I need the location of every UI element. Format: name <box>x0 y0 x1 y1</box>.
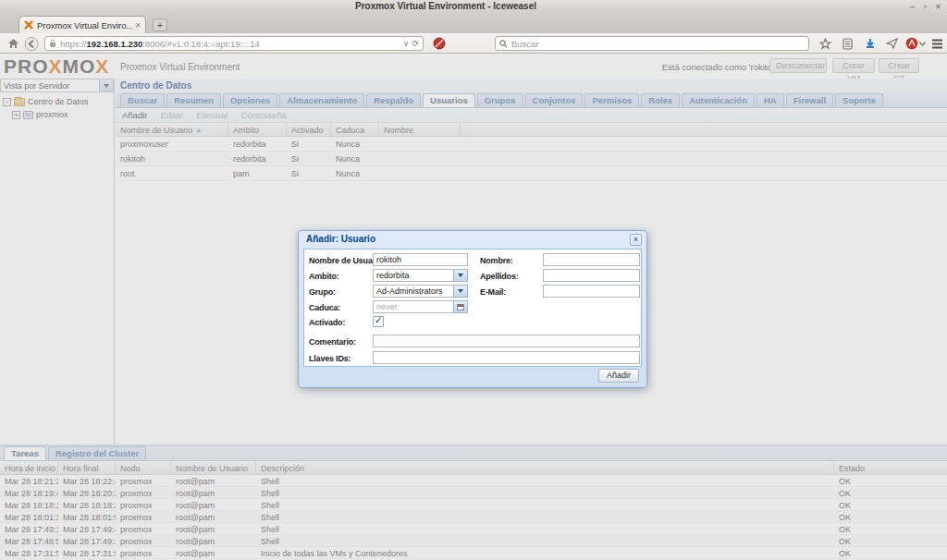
tab-ha[interactable]: HA <box>756 93 784 107</box>
tab-buscar[interactable]: Buscar <box>120 93 165 107</box>
task-row[interactable]: Mar 28 17:48:56 Mar 28 17:49:13 proxmox … <box>0 535 947 547</box>
user-row-root[interactable]: root pam Si Nunca <box>116 166 947 181</box>
url-dropdown-icon[interactable]: ∨ <box>403 39 410 48</box>
tab-autenticacion[interactable]: Autenticación <box>682 93 755 107</box>
tab-roles[interactable]: Roles <box>641 93 680 107</box>
window-minimize-button[interactable]: – <box>907 2 917 11</box>
bookmark-star-icon[interactable] <box>818 36 832 51</box>
tab-tareas[interactable]: Tareas <box>4 446 46 460</box>
window-close-button[interactable]: × <box>933 2 943 11</box>
tab-registro-cluster[interactable]: Registro del Cluster <box>48 446 146 460</box>
breadcrumb: Centro de Datos <box>116 79 947 92</box>
task-row[interactable]: Mar 28 18:19:45 Mar 28 18:20:29 proxmox … <box>0 487 947 499</box>
column-header-usuario[interactable]: Nombre de Usuario <box>171 461 256 474</box>
column-header-hora-final[interactable]: Hora final <box>58 461 116 474</box>
expire-field[interactable] <box>373 300 453 313</box>
server-icon <box>23 111 33 119</box>
user-row-proxmoxuser[interactable]: proxmoxuser redorbita Si Nunca <box>116 137 947 152</box>
bookmarks-panel-icon[interactable] <box>840 36 855 51</box>
url-bar[interactable]: https://192.168.1.230:8006/#v1:0:18:4:=a… <box>44 36 424 51</box>
group-value: Ad-Administrators <box>373 285 453 298</box>
username-field[interactable] <box>373 253 468 266</box>
tab-almacenamiento[interactable]: Almacenamiento <box>279 93 364 107</box>
back-button[interactable] <box>24 36 39 51</box>
firstname-field[interactable] <box>543 253 640 266</box>
panel-splitter[interactable] <box>0 444 947 446</box>
adblock-caret-icon[interactable] <box>918 36 926 51</box>
task-row[interactable]: Mar 28 18:01:17 Mar 28 18:01:59 proxmox … <box>0 511 947 523</box>
blocker-extension-icon[interactable] <box>432 36 447 51</box>
disconnect-button[interactable]: Desconectar <box>769 58 827 73</box>
comment-field[interactable] <box>373 335 640 347</box>
tasks-grid-header: Hora de inicio Hora final Nodo Nombre de… <box>0 461 947 475</box>
tab-grupos[interactable]: Grupos <box>477 93 523 107</box>
column-header-hora-inicio[interactable]: Hora de inicio <box>0 461 58 474</box>
tab-firewall[interactable]: Firewall <box>786 93 833 107</box>
tab-permisos[interactable]: Permisos <box>584 93 639 107</box>
home-icon[interactable] <box>6 36 20 51</box>
group-label: Grupo: <box>309 287 336 297</box>
view-selector-combo[interactable]: Vista por Servidor <box>0 79 114 92</box>
downloads-icon[interactable] <box>863 36 878 51</box>
tab-opciones[interactable]: Opciones <box>223 93 277 107</box>
tree-item-node-proxmox[interactable]: + proxmox <box>0 110 114 119</box>
add-user-dialog: Añadir: Usuario × Nombre de Usuario: Amb… <box>298 230 647 388</box>
combo-caret-icon[interactable] <box>453 269 468 282</box>
column-header-estado[interactable]: Estado <box>834 461 947 474</box>
enabled-checkbox[interactable] <box>373 316 384 327</box>
tab-respaldo[interactable]: Respaldo <box>366 93 421 107</box>
combo-caret-icon[interactable] <box>453 285 468 298</box>
column-header-caduca[interactable]: Caduca <box>331 123 379 136</box>
column-header-empty <box>461 123 947 136</box>
tab-soporte[interactable]: Soporte <box>835 93 883 107</box>
add-user-button[interactable]: Añadir <box>122 110 147 120</box>
column-header-descripcion[interactable]: Descripción <box>256 461 834 474</box>
create-ct-button[interactable]: Crear CT <box>879 58 919 73</box>
reload-icon[interactable]: ⟳ <box>412 39 419 48</box>
tab-conjuntos[interactable]: Conjuntos <box>525 93 584 107</box>
tree-item-datacenter[interactable]: − Centro de Datos <box>0 97 114 106</box>
task-row[interactable]: Mar 28 18:21:21 Mar 28 18:22:49 proxmox … <box>0 475 947 487</box>
search-bar[interactable] <box>495 36 809 51</box>
dialog-close-icon[interactable]: × <box>630 234 642 246</box>
search-icon <box>499 40 508 48</box>
menu-hamburger-icon[interactable] <box>929 36 944 51</box>
window-maximize-button[interactable]: ▫ <box>920 2 930 11</box>
column-header-activado[interactable]: Activado <box>287 123 331 136</box>
tab-resumen[interactable]: Resumen <box>166 93 221 107</box>
column-header-nombre[interactable]: Nombre <box>379 123 461 136</box>
browser-tab[interactable]: Proxmox Virtual Enviro... × <box>18 16 146 33</box>
url-text: https://192.168.1.230:8006/#v1:0:18:4:=a… <box>60 39 400 49</box>
bottom-panel: Tareas Registro del Cluster Hora de inic… <box>0 446 947 560</box>
adblock-icon[interactable] <box>904 36 919 51</box>
search-input[interactable] <box>511 39 805 49</box>
keys-label: Llaves IDs: <box>309 354 351 363</box>
email-field[interactable] <box>543 285 640 298</box>
users-grid: Nombre de Usuario Ambito Activado Caduca… <box>116 123 947 181</box>
combo-caret-icon[interactable] <box>99 79 113 91</box>
expand-icon[interactable]: + <box>12 111 20 119</box>
share-plane-icon[interactable] <box>884 36 899 51</box>
dialog-submit-button[interactable]: Añadir <box>598 369 639 383</box>
create-vm-button[interactable]: Crear VM <box>832 58 875 73</box>
task-row[interactable]: Mar 28 17:49:13 Mar 28 17:49:43 proxmox … <box>0 523 947 535</box>
calendar-icon[interactable] <box>453 300 468 313</box>
password-button: Contraseña <box>241 110 287 120</box>
column-header-ambito[interactable]: Ambito <box>228 123 287 136</box>
expire-label: Caduca: <box>309 303 340 312</box>
collapse-icon[interactable]: − <box>3 98 11 106</box>
task-row[interactable]: Mar 28 18:18:14 Mar 28 18:18:29 proxmox … <box>0 499 947 511</box>
browser-tabstrip: Proxmox Virtual Enviro... × + <box>0 13 947 33</box>
realm-combo[interactable]: redorbita <box>373 269 468 282</box>
new-tab-button[interactable]: + <box>153 18 167 31</box>
task-row[interactable]: Mar 28 17:31:55 Mar 28 17:31:55 proxmox … <box>0 547 947 559</box>
keys-field[interactable] <box>373 351 640 364</box>
tab-usuarios[interactable]: Usuarios <box>423 93 475 107</box>
tree-item-label: Centro de Datos <box>28 97 89 106</box>
user-row-rokitoh[interactable]: rokitoh redorbita Si Nunca <box>116 152 947 166</box>
lastname-field[interactable] <box>543 269 640 282</box>
group-combo[interactable]: Ad-Administrators <box>373 285 468 298</box>
tab-close-icon[interactable]: × <box>135 20 141 30</box>
column-header-nodo[interactable]: Nodo <box>116 461 171 474</box>
column-header-username[interactable]: Nombre de Usuario <box>116 123 228 136</box>
